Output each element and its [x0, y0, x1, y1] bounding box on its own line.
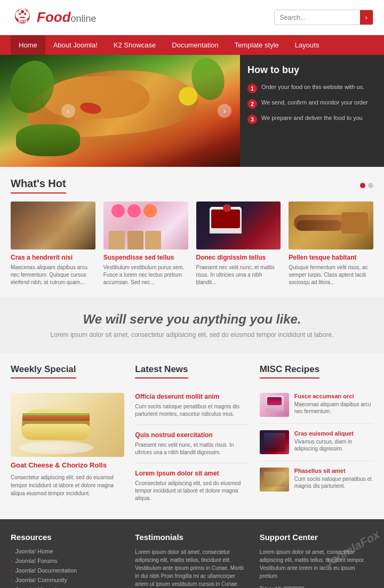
- logo-suffix: online: [71, 13, 97, 24]
- carousel-dots: [360, 183, 373, 188]
- nav-about[interactable]: About Joomla!: [45, 35, 106, 55]
- hero-step-1: 1 Order your food on this website with u…: [247, 83, 377, 93]
- latest-news-title: Latest News: [135, 364, 188, 378]
- svg-point-2: [15, 11, 21, 19]
- recipe-item-2: Cras euismod aliquet Vivamus cursus, dia…: [260, 430, 373, 461]
- recipe-3-text: Cum sociis natoque penatibus et magnis d…: [294, 476, 373, 489]
- recipe-item-1: Fusce accumsan orci Maecenas aliquam dap…: [260, 393, 373, 424]
- news-2-title[interactable]: Quis nostrud exercitation: [135, 431, 249, 439]
- recipe-1-title[interactable]: Fusce accumsan orci: [294, 393, 373, 399]
- recipe-2-thumb: [260, 430, 289, 454]
- resource-link-2[interactable]: ›Joomla! Forums: [11, 558, 124, 564]
- weekly-special-title: Weekly Special: [11, 364, 76, 378]
- hot-item-1: Cras a hendrerit nisi Maecenas aliquam d…: [11, 202, 95, 286]
- svg-point-7: [24, 13, 26, 15]
- logo-brand: Food: [37, 9, 71, 25]
- hot-item-4-title: Pellen tesque habitant: [289, 254, 373, 261]
- step-1-text: Order your food on this website with us.: [261, 83, 364, 91]
- logo: CHEF Foodonline: [11, 5, 97, 29]
- nav-template[interactable]: Template style: [227, 35, 287, 55]
- misc-recipes-col: MISC Recipes Fusce accumsan orci Maecena…: [260, 364, 373, 509]
- step-2-num: 2: [247, 99, 257, 109]
- hot-item-1-title: Cras a hendrerit nisi: [11, 254, 95, 261]
- resource-link-4[interactable]: ›Joomla! Community: [11, 577, 124, 583]
- resource-link-1[interactable]: ›Joomla! Home: [11, 548, 124, 554]
- support-col: Support Center Lorem ipsum dolor sit ame…: [260, 533, 373, 588]
- weekly-item-desc: Consectetur adipiscing elit, sed do eius…: [11, 473, 124, 497]
- recipe-2-info: Cras euismod aliquet Vivamus cursus, dia…: [294, 430, 373, 454]
- logo-icon: CHEF: [11, 5, 35, 29]
- hero-next-arrow[interactable]: ›: [218, 104, 231, 118]
- news-1-title[interactable]: Officia deserunt mollit anim: [135, 393, 249, 400]
- hero-section: ‹ › How to buy 1 Order your food on this…: [0, 55, 384, 167]
- hero-prev-arrow[interactable]: ‹: [61, 104, 75, 118]
- nav-k2[interactable]: K2 Showcase: [106, 35, 164, 55]
- resources-title: Resources: [11, 533, 124, 542]
- misc-recipes-title: MISC Recipes: [260, 364, 319, 378]
- recipe-1-info: Fusce accumsan orci Maecenas aliquam dap…: [294, 393, 373, 417]
- latest-news-col: Latest News Officia deserunt mollit anim…: [135, 364, 249, 509]
- news-item-2: Quis nostrud exercitation Praesent nec v…: [135, 431, 249, 463]
- hot-item-3: Donec dignissim tellus Praesent nec veli…: [196, 202, 281, 286]
- how-to-buy-panel: How to buy 1 Order your food on this web…: [240, 55, 384, 167]
- footer-grid: Resources ›Joomla! Home ›Joomla! Forums …: [11, 533, 373, 588]
- support-text: Lorem ipsum dolor sit amet, consectetur …: [260, 548, 373, 580]
- hero-step-3: 3 We prepare and deliver the food to you: [247, 114, 377, 124]
- dot-1[interactable]: [360, 183, 365, 188]
- hot-item-4: Pellen tesque habitant Quisque fermentum…: [289, 202, 373, 286]
- recipe-3-info: Phasellus sit amet Cum sociis natoque pe…: [294, 468, 373, 492]
- how-to-buy-title: How to buy: [247, 65, 377, 76]
- resource-link-3[interactable]: ›Joomla! Documentation: [11, 567, 124, 574]
- hero-image: [0, 55, 240, 167]
- testimonials-col: Testimonials Lorem ipsum dolor sit amet,…: [135, 533, 249, 588]
- whats-hot-header: What's Hot: [11, 178, 373, 194]
- step-3-text: We prepare and deliver the food to you: [261, 114, 363, 122]
- header: CHEF Foodonline ›: [0, 0, 384, 35]
- step-1-num: 1: [247, 84, 257, 93]
- nav-layouts[interactable]: Layouts: [287, 35, 327, 55]
- step-2-text: We send, confirm and monitor your order: [261, 99, 368, 107]
- tagline-subtext: Lorem ipsum dolor sit amet, consectetur …: [11, 331, 373, 339]
- hero-step-2: 2 We send, confirm and monitor your orde…: [247, 99, 377, 109]
- recipe-3-title[interactable]: Phasellus sit amet: [294, 468, 373, 474]
- whats-hot-section: What's Hot Cras a hendrerit nisi Maecena…: [11, 178, 373, 286]
- hot-item-2-title: Suspendisse sed tellus: [103, 254, 188, 261]
- step-3-num: 3: [247, 115, 257, 124]
- hot-item-2-desc: Vestibulum vestibulum purus sem. Fusce a…: [103, 264, 188, 286]
- nav: Home About Joomla! K2 Showcase Documenta…: [0, 35, 384, 55]
- news-3-title[interactable]: Lorem ipsum dolor sit amet: [135, 470, 249, 477]
- three-columns: Weekly Special Goat Cheese & Chorizo Rol…: [11, 364, 373, 509]
- hot-item-4-desc: Quisque fermentum velit risus, ac semper…: [289, 264, 373, 286]
- news-3-text: Cconsectetur adipiscing elit, sed do eiu…: [135, 480, 249, 502]
- hot-grid: Cras a hendrerit nisi Maecenas aliquam d…: [11, 202, 373, 286]
- testimonial-text: Lorem ipsum dolor sit amet, consectetur …: [135, 548, 249, 588]
- recipe-2-title[interactable]: Cras euismod aliquet: [294, 430, 373, 437]
- svg-point-5: [21, 10, 24, 13]
- news-2-text: Praesent nec velit nunc, et mattis risus…: [135, 441, 249, 456]
- recipe-1-text: Maecenas aliquam dapibus arcu nec fermen…: [294, 401, 373, 415]
- hot-img-1: [11, 202, 95, 249]
- search-bar: ›: [274, 10, 373, 25]
- testimonials-title: Testimonials: [135, 533, 249, 542]
- svg-text:CHEF: CHEF: [18, 19, 27, 22]
- tagline-section: We will serve you anything you like. Lor…: [0, 297, 384, 353]
- search-button[interactable]: ›: [360, 10, 373, 25]
- support-tel: Tel: (+44) 9098988: [260, 584, 373, 588]
- weekly-special-image: [11, 393, 124, 457]
- recipe-item-3: Phasellus sit amet Cum sociis natoque pe…: [260, 468, 373, 492]
- dot-2[interactable]: [368, 183, 373, 188]
- nav-home[interactable]: Home: [11, 35, 45, 55]
- hot-item-3-title: Donec dignissim tellus: [196, 254, 281, 261]
- search-input[interactable]: [275, 11, 360, 25]
- whats-hot-title: What's Hot: [11, 178, 66, 194]
- news-item-1: Officia deserunt mollit anim Cum sociis …: [135, 393, 249, 425]
- hot-img-3: [196, 202, 281, 249]
- footer: Resources ›Joomla! Home ›Joomla! Forums …: [0, 519, 384, 588]
- svg-point-6: [19, 13, 21, 15]
- support-title: Support Center: [260, 533, 373, 542]
- resources-col: Resources ›Joomla! Home ›Joomla! Forums …: [11, 533, 124, 588]
- hot-img-2: [103, 202, 188, 249]
- weekly-item-title: Goat Cheese & Chorizo Rolls: [11, 461, 124, 469]
- svg-point-3: [24, 11, 29, 19]
- nav-docs[interactable]: Documentation: [164, 35, 226, 55]
